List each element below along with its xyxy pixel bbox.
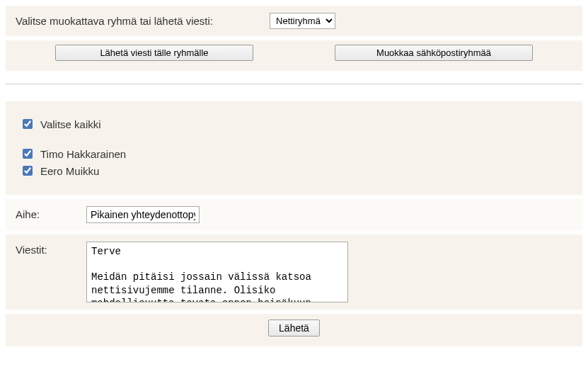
recipient-checkbox[interactable] xyxy=(23,149,33,159)
send-row: Lähetä xyxy=(6,314,582,346)
group-select-panel: Valitse muokattava ryhmä tai lähetä vies… xyxy=(6,6,582,36)
section-divider xyxy=(6,84,582,84)
recipient-row[interactable]: Timo Hakkarainen xyxy=(20,147,568,161)
send-button[interactable]: Lähetä xyxy=(268,319,320,336)
subject-input[interactable] xyxy=(86,206,200,223)
select-all-row[interactable]: Valitse kaikki xyxy=(20,117,568,131)
group-select-label: Valitse muokattava ryhmä tai lähetä vies… xyxy=(16,15,213,27)
send-to-group-button[interactable]: Lähetä viesti tälle ryhmälle xyxy=(55,45,253,61)
message-row: Viestit: xyxy=(6,234,582,310)
select-all-checkbox[interactable] xyxy=(23,119,33,129)
select-all-label: Valitse kaikki xyxy=(40,118,101,130)
recipient-row[interactable]: Eero Muikku xyxy=(20,164,568,178)
recipients-panel: Valitse kaikki Timo Hakkarainen Eero Mui… xyxy=(6,101,582,195)
group-select[interactable]: Nettiryhmä xyxy=(270,13,335,29)
edit-email-group-button[interactable]: Muokkaa sähköpostiryhmää xyxy=(335,45,533,61)
message-label: Viestit: xyxy=(16,242,86,256)
recipient-checkbox[interactable] xyxy=(23,166,33,176)
action-button-row: Lähetä viesti tälle ryhmälle Muokkaa säh… xyxy=(6,40,582,71)
subject-label: Aihe: xyxy=(16,206,86,220)
subject-row: Aihe: xyxy=(6,199,582,230)
recipient-name: Timo Hakkarainen xyxy=(40,148,126,160)
message-textarea[interactable] xyxy=(86,242,348,302)
recipient-name: Eero Muikku xyxy=(40,165,99,177)
